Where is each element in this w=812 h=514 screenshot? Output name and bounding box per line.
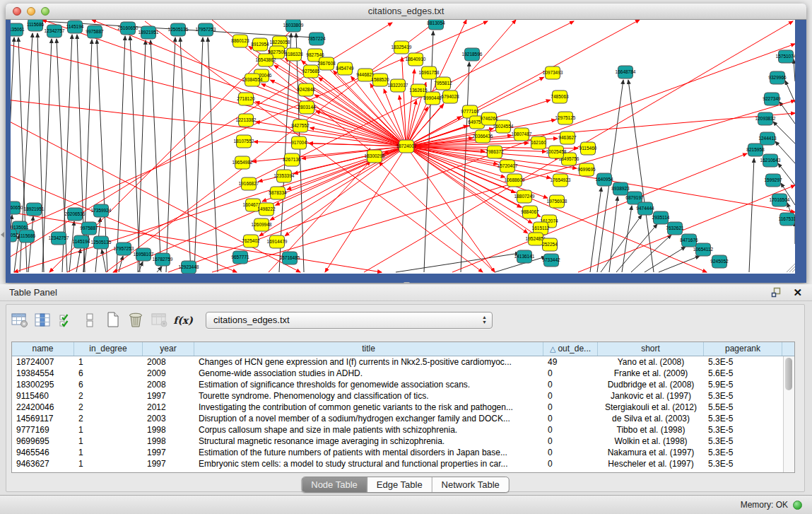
table-row[interactable]: 946362711997Embryonic stem cells: a mode…	[12, 458, 794, 469]
create-column-icon[interactable]	[104, 311, 122, 329]
graph-node-label: 16024554	[493, 124, 514, 129]
window-controls	[13, 7, 49, 16]
column-header-short[interactable]: short	[598, 342, 704, 356]
column-header-in_degree[interactable]: in_degree	[74, 342, 143, 356]
graph-edge-black	[139, 262, 143, 272]
column-header-pagerank[interactable]: pagerank	[704, 342, 782, 356]
cell-out_degree: 0	[543, 447, 598, 458]
graph-node-label: 19166827	[239, 181, 259, 186]
tab-network-table[interactable]: Network Table	[433, 477, 509, 492]
graph-node-label: 10688609	[505, 177, 525, 182]
scrollbar-thumb[interactable]	[785, 358, 792, 390]
column-header-out_degree[interactable]: △out_de...	[543, 342, 598, 356]
table-mode-icon[interactable]	[11, 311, 29, 329]
table-header-row: namein_degreeyeartitle△out_de...shortpag…	[12, 342, 794, 356]
table-row[interactable]: 1872400712008Changes of HCN gene express…	[12, 356, 794, 368]
show-columns-icon[interactable]	[34, 311, 52, 329]
graph-node-label: 1498222	[257, 206, 276, 211]
memory-status-indicator[interactable]	[793, 501, 802, 510]
minimize-window-button[interactable]	[27, 7, 35, 16]
select-all-icon[interactable]	[57, 311, 76, 329]
graph-node-label: 17654923	[551, 177, 571, 182]
function-builder-icon[interactable]: f(x)	[174, 311, 192, 329]
cell-title: Estimation of significance thresholds fo…	[194, 379, 543, 390]
table-panel-body: f(x) citations_edges.txt ▲▼ namein_degre…	[6, 304, 805, 492]
table-row[interactable]: 969969511998Structural magnetic resonanc…	[12, 436, 794, 447]
cell-short: Wolkin et al. (1998)	[598, 436, 704, 447]
cell-year: 2003	[143, 413, 194, 424]
graph-node-label: 7986372	[486, 149, 504, 154]
table-row[interactable]: 2242004622012Investigating the contribut…	[12, 402, 794, 413]
window-titlebar[interactable]: citations_edges.txt	[6, 4, 806, 20]
tab-node-table[interactable]: Node Table	[302, 477, 367, 492]
cell-in_degree: 1	[74, 436, 143, 447]
cell-year: 1998	[143, 424, 194, 436]
graph-node-label: 1615112	[532, 226, 550, 230]
resize-grip[interactable]	[789, 267, 795, 272]
panel-collapse-arrow[interactable]	[1, 232, 4, 238]
cell-pagerank: 5.3E-5	[704, 436, 782, 447]
tab-edge-table[interactable]: Edge Table	[367, 477, 433, 492]
graph-node-label: 12505135	[91, 240, 112, 245]
table-tabs: Node TableEdge TableNetwork Table	[301, 477, 510, 493]
table-row[interactable]: 911546021997Tourette syndrome. Phenomeno…	[12, 390, 794, 402]
graph-node-label: 9115460	[579, 146, 597, 151]
table-row[interactable]: 946554611997Estimation of the future num…	[12, 447, 794, 458]
cell-short: de Silva et al. (2003)	[598, 413, 704, 424]
graph-edge-black	[208, 37, 218, 272]
cell-name: 18300295	[12, 379, 74, 390]
window-title: citations_edges.txt	[368, 6, 445, 16]
row-stack-icon[interactable]	[81, 311, 99, 329]
cell-year: 1997	[143, 458, 194, 469]
graph-node-label: 9227349	[763, 96, 781, 101]
dropdown-stepper-icon: ▲▼	[482, 315, 487, 325]
table-row[interactable]: 1830029562008Estimation of significance …	[12, 379, 794, 390]
vertical-scrollbar[interactable]	[783, 356, 794, 472]
column-header-name[interactable]: name	[12, 342, 74, 356]
graph-edge-black	[631, 235, 671, 272]
cell-name: 9777169	[12, 424, 74, 436]
cell-name: 14569117	[12, 413, 74, 424]
cell-title: Investigating the contribution of common…	[194, 402, 543, 413]
graph-node-label: 2718120	[237, 96, 255, 101]
cell-pagerank: 5.9E-5	[704, 379, 782, 390]
graph-node-label: 1115686	[18, 233, 36, 238]
cell-in_degree: 6	[74, 368, 143, 379]
graph-node-label: 25160650	[118, 25, 139, 30]
cell-short: Jankovic et al. (1997)	[598, 390, 704, 402]
table-row[interactable]: 977716911998Corpus callosum shape and si…	[12, 424, 794, 436]
function-builder-label: f(x)	[173, 315, 193, 326]
zoom-window-button[interactable]	[41, 7, 49, 16]
cell-year: 2012	[143, 402, 194, 413]
close-window-button[interactable]	[13, 7, 21, 16]
column-header-year[interactable]: year	[143, 342, 194, 356]
table-panel: Table Panel ✕	[0, 284, 812, 495]
table-selector-dropdown[interactable]: citations_edges.txt ▲▼	[206, 312, 493, 329]
table-row[interactable]: 1456911722003Disruption of a novel membe…	[12, 413, 794, 424]
graph-node-label: 18724007	[396, 144, 417, 148]
graph-node-label: 8427552	[291, 123, 310, 128]
graph-node-label: 19218596	[462, 52, 483, 57]
network-graph[interactable]: 9135061111568612342757114519499758872516…	[11, 20, 795, 274]
cell-pagerank: 5.3E-5	[704, 390, 782, 402]
cell-short: Dudbridge et al. (2008)	[598, 379, 704, 390]
graph-node-label: 7632621	[666, 226, 684, 230]
column-header-title[interactable]: title	[194, 342, 543, 356]
table-row[interactable]: 1938455462009Genome-wide association stu…	[12, 368, 794, 379]
graph-node-label: 8215958	[746, 147, 765, 152]
float-panel-icon[interactable]	[771, 287, 782, 298]
status-bar: Memory: OK	[0, 495, 812, 514]
close-panel-icon[interactable]: ✕	[793, 284, 802, 300]
graph-node-label: 9463627	[558, 135, 577, 140]
graph-node-label: 15751074	[776, 54, 795, 59]
graph-node-label: 2803144	[298, 105, 316, 110]
graph-node-label: 17359924	[91, 208, 112, 213]
graph-node-label: 1362615	[409, 88, 428, 93]
cell-name: 19384554	[12, 368, 74, 379]
network-canvas[interactable]: 9135061111568612342757114519499758872516…	[11, 20, 795, 274]
resize-grip[interactable]	[792, 269, 795, 272]
graph-node-label: 18921951	[24, 206, 45, 211]
delete-column-icon[interactable]	[127, 311, 146, 329]
graph-node-label: 8471676	[680, 238, 698, 243]
cell-short: Franke et al. (2009)	[598, 368, 704, 379]
